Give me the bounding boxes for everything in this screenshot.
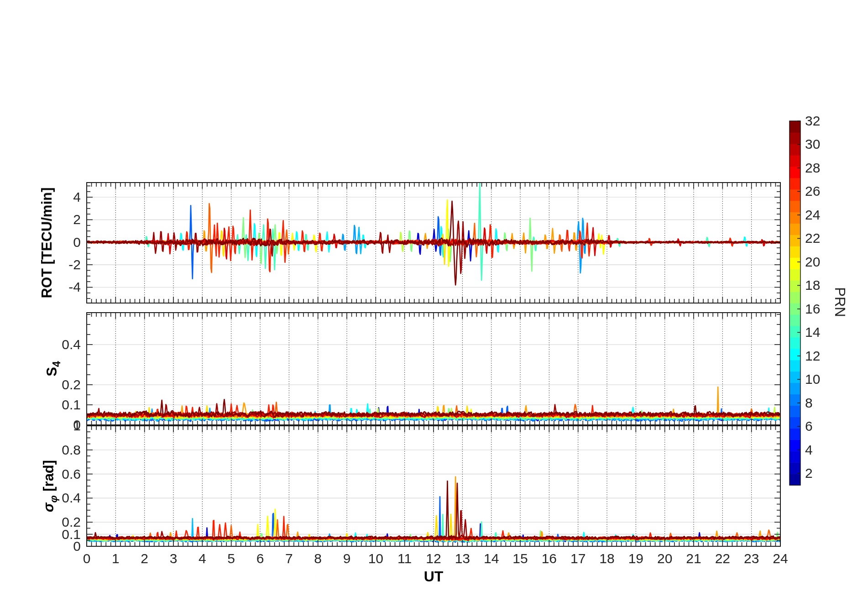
sigma_phi-y-tick-label-0.6: 0.6 [44, 467, 81, 481]
chart-canvas [0, 0, 868, 607]
s4-y-tick-label-0.2: 0.2 [44, 377, 81, 392]
x-axis-title: UT [424, 568, 444, 585]
colorbar-tick-label-8: 8 [805, 396, 813, 410]
x-tick-label-24: 24 [762, 551, 799, 566]
sigma_phi-y-tick-label-0.2: 0.2 [44, 515, 81, 529]
s4-axis-label-main: S [44, 367, 60, 377]
sigma_phi-y-tick-label-1: 1 [44, 419, 81, 433]
colorbar-tick-label-22: 22 [805, 231, 820, 246]
colorbar-tick-label-14: 14 [805, 325, 820, 340]
colorbar-tick-label-20: 20 [805, 255, 820, 269]
sigma_phi-y-tick-label-0.8: 0.8 [44, 443, 81, 457]
s4-y-tick-label-0.4: 0.4 [44, 337, 81, 352]
s4-axis-label: S4 [44, 361, 63, 376]
colorbar-tick-label-28: 28 [805, 161, 820, 175]
s4-y-tick-label-0.1: 0.1 [44, 398, 81, 412]
sigma_phi-y-tick-label-0.4: 0.4 [44, 491, 81, 505]
colorbar-tick-label-6: 6 [805, 419, 813, 434]
colorbar-title: PRN [831, 287, 848, 317]
colorbar-tick-label-24: 24 [805, 208, 820, 222]
figure: ROT [TECU/min] S4 σφ [rad] UT PRN 012345… [0, 0, 868, 607]
rot-y-tick-label-0: 0 [44, 235, 81, 250]
rot-y-tick-label-2: 2 [44, 212, 81, 227]
colorbar-tick-label-10: 10 [805, 372, 820, 387]
rot-y-tick-label--4: -4 [44, 280, 81, 294]
colorbar-tick-label-18: 18 [805, 278, 820, 293]
colorbar-tick-label-16: 16 [805, 302, 820, 316]
colorbar-tick-label-30: 30 [805, 137, 820, 152]
s4-axis-label-sub: 4 [51, 361, 63, 367]
colorbar-tick-label-26: 26 [805, 184, 820, 199]
rot-y-tick-label-4: 4 [44, 190, 81, 204]
colorbar-tick-label-2: 2 [805, 466, 813, 481]
colorbar-tick-label-32: 32 [805, 114, 820, 128]
colorbar-tick-label-4: 4 [805, 443, 813, 457]
colorbar-tick-label-12: 12 [805, 349, 820, 363]
rot-y-tick-label--2: -2 [44, 257, 81, 272]
